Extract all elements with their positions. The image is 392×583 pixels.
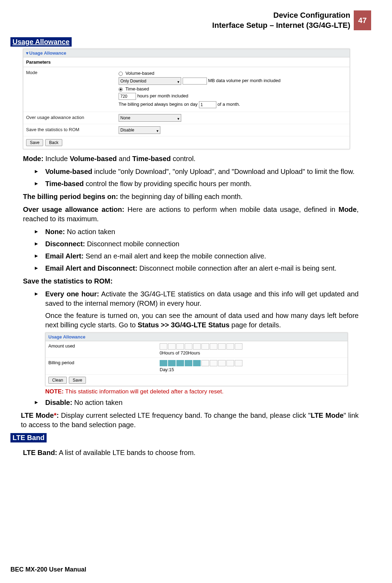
mb-suffix: MB data volume per month included bbox=[208, 78, 280, 83]
note-text: NOTE: This statistic information will ge… bbox=[45, 388, 359, 395]
time-based-text: Time-based bbox=[125, 86, 149, 91]
save-stats-label: Save the statistics to ROM bbox=[23, 124, 117, 136]
triangle-icon: ▾ bbox=[26, 50, 29, 56]
lte-mode-description: LTE Mode*: Display current selected LTE … bbox=[21, 411, 359, 430]
hours-suffix: hours per month included bbox=[137, 94, 189, 99]
panel-title-2: Usage Allowance bbox=[46, 333, 347, 341]
billing-day-input[interactable]: 1 bbox=[199, 101, 216, 108]
over-usage-select[interactable]: None bbox=[119, 114, 181, 122]
lte-band-description: LTE Band: A list of available LTE bands … bbox=[23, 448, 359, 457]
clean-button[interactable]: Clean bbox=[48, 377, 67, 384]
back-button[interactable]: Back bbox=[45, 139, 62, 146]
header-line1: Device Configuration bbox=[273, 11, 350, 19]
billing-suffix: of a month. bbox=[217, 102, 240, 107]
volume-based-text: Volume-based bbox=[126, 71, 154, 76]
billing-period-label: Billing period bbox=[46, 358, 157, 374]
amount-used-text: 0Hours of 720Hours bbox=[160, 350, 345, 356]
section-lte-band: LTE Band bbox=[10, 433, 47, 442]
panel-title: ▾Usage Allowance bbox=[23, 49, 350, 57]
bullet-every-hour: Every one hour: Activate the 3G/4G-LTE s… bbox=[35, 289, 359, 308]
bullet-none: None: No action taken bbox=[35, 227, 359, 237]
over-usage-description: Over usage allowance action: Here are ac… bbox=[23, 205, 359, 224]
bullet-disconnect: Disconnect: Disconnect mobile connection bbox=[35, 239, 359, 249]
time-based-radio[interactable] bbox=[119, 87, 123, 91]
amount-used-bar bbox=[160, 343, 345, 350]
over-usage-label: Over usage allowance action bbox=[23, 112, 117, 124]
page-number: 47 bbox=[354, 10, 371, 30]
billing-period-text: Day:15 bbox=[160, 367, 345, 372]
every-hour-detail: Once the feature is turned on, you can s… bbox=[45, 311, 359, 330]
page-header: Device Configuration Interface Setup – I… bbox=[10, 10, 371, 30]
mb-input[interactable] bbox=[183, 78, 207, 85]
bullet-disable: Disable: No action taken bbox=[35, 398, 359, 407]
hours-input[interactable]: 720 bbox=[119, 93, 136, 100]
amount-used-label: Amount used bbox=[46, 341, 157, 358]
screenshot-usage-allowance-form: ▾Usage Allowance Parameters Mode Volume-… bbox=[23, 49, 350, 149]
section-usage-allowance: Usage Allowance bbox=[10, 37, 72, 47]
billing-period-bar bbox=[160, 360, 345, 366]
bullet-volume-based: Volume-based include "only Download", "o… bbox=[35, 167, 359, 176]
volume-based-radio[interactable] bbox=[119, 72, 123, 76]
parameters-label: Parameters bbox=[23, 57, 350, 67]
billing-prefix: The billing period always begins on day bbox=[119, 102, 198, 107]
volume-direction-select[interactable]: Only Downlod bbox=[119, 77, 181, 85]
save-button[interactable]: Save bbox=[26, 139, 43, 146]
bullet-time-based: Time-based control the flow by providing… bbox=[35, 179, 359, 189]
save-stats-heading: Save the statistics to ROM: bbox=[23, 277, 359, 286]
mode-label: Mode bbox=[23, 67, 117, 112]
header-line2: Interface Setup – Internet (3G/4G-LTE) bbox=[212, 21, 350, 30]
screenshot-usage-allowance-status: Usage Allowance Amount used 0Hours of 72… bbox=[45, 333, 348, 386]
billing-period-description: The billing period begins on: the beginn… bbox=[23, 192, 359, 201]
bullet-email-alert: Email Alert: Send an e-mail alert and ke… bbox=[35, 251, 359, 261]
footer-text: BEC MX-200 User Manual bbox=[10, 566, 86, 573]
header-title: Device Configuration Interface Setup – I… bbox=[212, 10, 354, 30]
mode-description: Mode: Include Volume-based and Time-base… bbox=[23, 154, 359, 163]
save-stats-select[interactable]: Disable bbox=[119, 126, 160, 134]
save-button-2[interactable]: Save bbox=[69, 377, 86, 384]
bullet-email-alert-disconnect: Email Alert and Disconnect: Disconnect m… bbox=[35, 264, 359, 273]
